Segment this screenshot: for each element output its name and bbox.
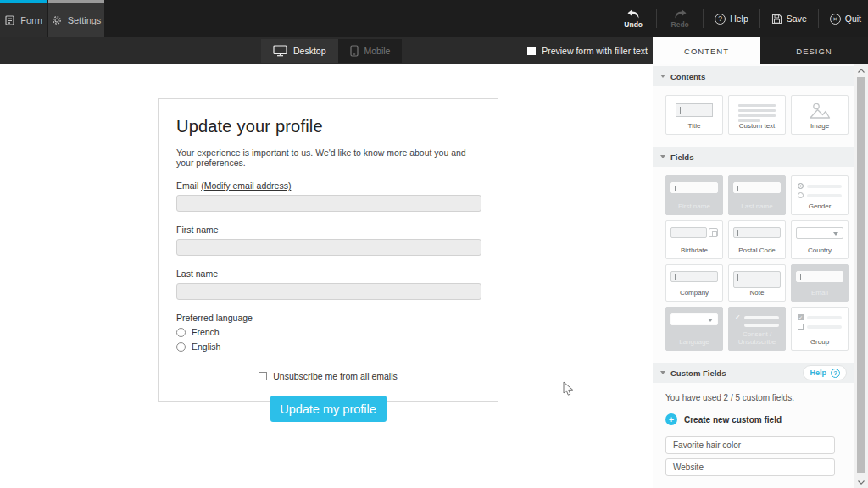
undo-label: Undo bbox=[624, 20, 643, 29]
radio-french-label: French bbox=[192, 327, 220, 337]
quit-button[interactable]: ✕ Quit bbox=[826, 14, 865, 25]
email-field-label: Email (Modify email address) bbox=[176, 180, 480, 191]
custom-fields-help-button[interactable]: Help ? bbox=[803, 365, 847, 380]
tab-content[interactable]: CONTENT bbox=[653, 37, 760, 64]
unsubscribe-label: Unsubscribe me from all emails bbox=[273, 371, 397, 381]
field-card-company[interactable]: Company bbox=[665, 264, 723, 302]
save-icon bbox=[771, 14, 782, 25]
scroll-up-arrow-icon[interactable] bbox=[854, 64, 868, 76]
form-description: Your experience is important to us. We'd… bbox=[176, 147, 480, 168]
scrollbar-thumb[interactable] bbox=[857, 77, 865, 473]
desktop-label: Desktop bbox=[293, 46, 326, 56]
redo-icon bbox=[674, 9, 687, 19]
help-button[interactable]: ? Help bbox=[711, 14, 752, 25]
field-card-first-name: First name bbox=[665, 175, 723, 215]
language-group-label: Preferred language bbox=[176, 313, 480, 323]
first-name-input[interactable] bbox=[176, 239, 481, 256]
tab-design[interactable]: DESIGN bbox=[760, 37, 868, 64]
sidebar-scrollbar[interactable] bbox=[854, 64, 868, 488]
last-name-input[interactable] bbox=[176, 283, 481, 300]
desktop-toggle[interactable]: Desktop bbox=[261, 39, 338, 63]
plus-circle-icon: + bbox=[665, 413, 677, 425]
field-card-gender[interactable]: Gender bbox=[791, 175, 849, 215]
preview-filler-checkbox[interactable]: Preview form with filler text bbox=[527, 37, 648, 64]
tab-form-label: Form bbox=[20, 15, 42, 25]
desktop-icon bbox=[273, 45, 287, 57]
device-toggle: Desktop Mobile bbox=[261, 39, 402, 63]
quit-label: Quit bbox=[845, 14, 861, 24]
scroll-down-arrow-icon[interactable] bbox=[854, 476, 868, 488]
content-card-custom-text[interactable]: Custom text bbox=[728, 95, 786, 135]
sub-toolbar: Desktop Mobile Preview form with filler … bbox=[0, 37, 868, 64]
text-input-icon bbox=[733, 182, 781, 193]
create-custom-field-label: Create new custom field bbox=[684, 415, 782, 424]
form-canvas: Update your profile Your experience is i… bbox=[0, 64, 653, 488]
field-card-language: Language bbox=[665, 307, 723, 351]
tab-form[interactable]: Form bbox=[0, 0, 47, 37]
tab-settings[interactable]: Settings bbox=[48, 0, 104, 37]
radio-icon bbox=[176, 342, 186, 352]
radio-english-label: English bbox=[192, 341, 220, 352]
question-circle-icon: ? bbox=[831, 369, 840, 378]
radio-icon bbox=[176, 328, 186, 337]
select-icon bbox=[796, 227, 843, 239]
custom-fields-usage-text: You have used 2 / 5 custom fields. bbox=[653, 383, 854, 402]
first-name-label: First name bbox=[176, 225, 480, 235]
form-title: Update your profile bbox=[176, 117, 480, 136]
gear-icon bbox=[52, 15, 62, 25]
undo-button[interactable]: Undo bbox=[618, 9, 648, 29]
save-button[interactable]: Save bbox=[768, 14, 810, 25]
field-card-note[interactable]: Note bbox=[728, 264, 786, 302]
modify-email-link[interactable]: (Modify email address) bbox=[201, 180, 291, 191]
text-input-icon bbox=[733, 227, 781, 238]
field-card-postal-code[interactable]: Postal Code bbox=[728, 220, 786, 259]
email-input[interactable] bbox=[176, 195, 481, 212]
redo-button[interactable]: Redo bbox=[665, 9, 695, 29]
select-icon bbox=[670, 313, 718, 325]
redo-label: Redo bbox=[671, 20, 689, 29]
content-card-image[interactable]: Image bbox=[791, 95, 849, 135]
text-input-icon bbox=[670, 271, 718, 282]
content-sidebar: Contents Title Custom text Image Fields bbox=[653, 64, 854, 488]
divider bbox=[656, 9, 657, 28]
help-label: Help bbox=[810, 369, 826, 377]
create-custom-field-link[interactable]: + Create new custom field bbox=[653, 402, 854, 425]
radio-option-english[interactable]: English bbox=[176, 341, 480, 352]
mobile-label: Mobile bbox=[364, 46, 391, 56]
title-block-icon bbox=[676, 103, 713, 117]
text-input-icon bbox=[796, 271, 843, 282]
date-input-icon bbox=[670, 227, 718, 238]
mouse-cursor bbox=[563, 381, 575, 396]
collapse-triangle-icon bbox=[660, 75, 665, 78]
radio-option-french[interactable]: French bbox=[176, 327, 480, 337]
checkbox-icon bbox=[527, 47, 536, 55]
unsubscribe-checkbox-row[interactable]: Unsubscribe me from all emails bbox=[176, 371, 480, 381]
form-preview-card[interactable]: Update your profile Your experience is i… bbox=[158, 98, 498, 402]
fields-grid: First name Last name Gender Birthdate Po… bbox=[653, 167, 854, 361]
panel-tabs: CONTENT DESIGN bbox=[653, 37, 868, 64]
text-input-icon bbox=[670, 182, 718, 193]
field-card-birthdate[interactable]: Birthdate bbox=[665, 220, 723, 259]
custom-field-favorite-hair-color[interactable]: Favorite hair color bbox=[665, 436, 835, 454]
custom-fields-section-title: Custom Fields bbox=[670, 369, 726, 378]
custom-field-website[interactable]: Website bbox=[665, 458, 835, 476]
field-card-country[interactable]: Country bbox=[791, 220, 849, 259]
topbar-actions: Undo Redo ? Help Save bbox=[618, 0, 865, 37]
update-profile-button[interactable]: Update my profile bbox=[270, 396, 387, 422]
contents-grid: Title Custom text Image bbox=[653, 86, 854, 145]
field-card-group[interactable]: ✓ Group bbox=[791, 307, 849, 351]
section-header-custom-fields[interactable]: Custom Fields Help ? bbox=[653, 363, 854, 383]
field-card-email: Email bbox=[791, 264, 849, 302]
checkbox-group-icon: ✓ bbox=[796, 313, 843, 330]
fields-section-title: Fields bbox=[670, 152, 693, 162]
section-header-fields[interactable]: Fields bbox=[653, 147, 854, 167]
mobile-toggle[interactable]: Mobile bbox=[338, 39, 403, 63]
radio-group-icon bbox=[796, 182, 843, 199]
custom-text-icon bbox=[738, 104, 776, 122]
form-builder-window: Form Settings Undo Redo bbox=[0, 0, 868, 488]
section-header-contents[interactable]: Contents bbox=[653, 66, 854, 86]
content-card-title[interactable]: Title bbox=[665, 95, 723, 135]
contents-section-title: Contents bbox=[670, 72, 705, 81]
form-icon bbox=[5, 15, 14, 25]
collapse-triangle-icon bbox=[660, 155, 665, 158]
